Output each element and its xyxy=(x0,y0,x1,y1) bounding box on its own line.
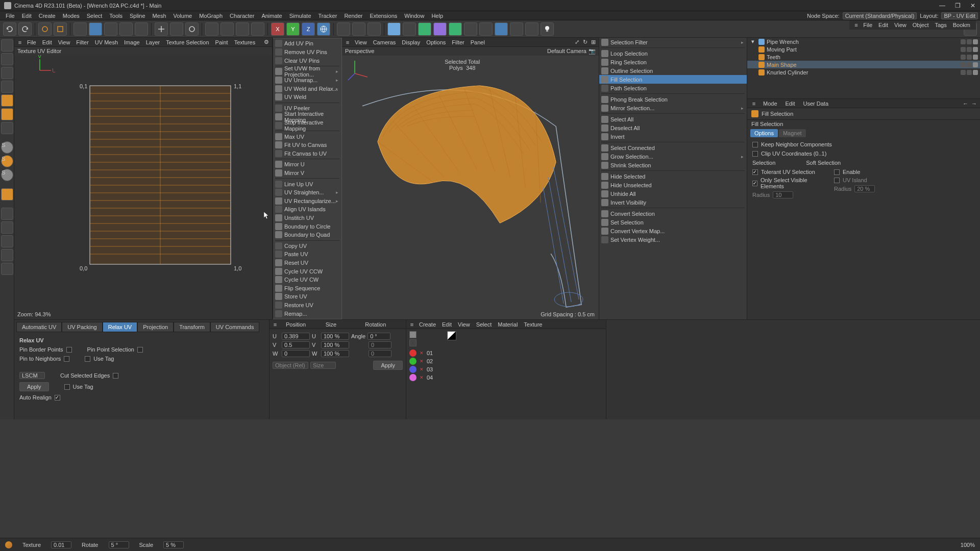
ctx-max-uv[interactable]: Max UV xyxy=(273,132,341,141)
snap-s-button[interactable]: S xyxy=(1,141,13,154)
menu-render[interactable]: Render xyxy=(340,13,366,19)
camera-button[interactable] xyxy=(464,22,477,36)
menu-animate[interactable]: Animate xyxy=(258,13,285,19)
lasso-tool[interactable] xyxy=(54,22,67,36)
ctx-set-uvw-from-projection-[interactable]: Set UVW from Projection... xyxy=(273,67,341,76)
tab-auto-uv[interactable]: Automatic UV xyxy=(16,322,62,332)
menu-file[interactable]: File xyxy=(2,13,18,19)
snap-s2-button[interactable]: S xyxy=(1,155,13,167)
attr-menu-edit[interactable]: Edit xyxy=(783,101,798,107)
ctx-store-uv[interactable]: Store UV xyxy=(273,292,341,301)
point-mode-button[interactable] xyxy=(1,81,13,93)
uv-menu-textures[interactable]: Textures xyxy=(232,39,258,45)
coords-v0-field[interactable]: 0 xyxy=(369,341,391,348)
ctx-boundary-to-circle[interactable]: Boundary to Circle xyxy=(273,222,341,231)
sel-convert-vertex-map-[interactable]: Convert Vertex Map... xyxy=(599,227,747,235)
obj-panel-menu-icon[interactable]: ≡ xyxy=(852,21,860,29)
ctx-reset-uv[interactable]: Reset UV xyxy=(273,259,341,267)
status-texture-field[interactable]: 0.01 xyxy=(51,541,71,548)
menu-volume[interactable]: Volume xyxy=(170,13,196,19)
diag-button[interactable] xyxy=(1,235,13,247)
chk-enable[interactable] xyxy=(834,169,840,175)
ctx-fit-uv-to-canvas[interactable]: Fit UV to Canvas xyxy=(273,141,341,149)
grid1-button[interactable] xyxy=(1,208,13,220)
render-pv-button[interactable] xyxy=(352,22,365,36)
sel-invert[interactable]: Invert xyxy=(599,132,747,141)
coords-angle-field[interactable]: 0 ° xyxy=(368,333,390,340)
sel-mirror-selection-[interactable]: Mirror Selection...▸ xyxy=(599,104,747,112)
sel-hide-selected[interactable]: Hide Selected xyxy=(599,172,747,181)
move-tool[interactable] xyxy=(155,22,168,36)
menu-extensions[interactable]: Extensions xyxy=(366,13,401,19)
vp-panel-menu-icon[interactable]: ≡ xyxy=(344,39,351,46)
material-02[interactable]: ✕02 xyxy=(409,358,603,365)
sel-outline-selection[interactable]: Outline Selection xyxy=(599,66,747,75)
ctx-uv-rectangularize-[interactable]: UV Rectangularize... xyxy=(273,196,341,205)
tool-button-c[interactable] xyxy=(251,22,264,36)
uv-menu-filter[interactable]: Filter xyxy=(74,39,91,45)
object-tree[interactable]: ▾Pipe WrenchMoving PartTeethMain ShapeKn… xyxy=(747,38,980,99)
camera-icon[interactable]: 📷 xyxy=(589,48,596,55)
tab-uv-commands[interactable]: UV Commands xyxy=(210,322,260,332)
mat-layer-a-icon[interactable] xyxy=(409,331,416,338)
grid-button[interactable] xyxy=(135,22,148,36)
uv-panel-opt-icon[interactable]: ⚙ xyxy=(263,39,270,46)
status-rotate-field[interactable]: 5 ° xyxy=(109,541,129,548)
menu-select[interactable]: Select xyxy=(83,13,106,19)
tree-moving-part[interactable]: Moving Part xyxy=(747,45,980,53)
attr-menu-mode[interactable]: Mode xyxy=(761,101,780,107)
paint-tool-button[interactable] xyxy=(1,188,13,201)
attr-tab-magnet[interactable]: Magnet xyxy=(779,129,806,137)
quantize-button[interactable] xyxy=(119,22,133,36)
sel-grow-selection-[interactable]: Grow Selection...▸ xyxy=(599,152,747,161)
tab-projection[interactable]: Projection xyxy=(137,322,174,332)
attr-menu-userdata[interactable]: User Data xyxy=(801,101,831,107)
uv-menu-texsel[interactable]: Texture Selection xyxy=(163,39,211,45)
relax-algo-dropdown[interactable]: LSCM xyxy=(19,372,45,379)
menu-tools[interactable]: Tools xyxy=(106,13,126,19)
polygon-mode-button[interactable] xyxy=(1,108,13,120)
coords-obj-dropdown[interactable]: Object (Rel) xyxy=(273,362,308,369)
undo-button[interactable] xyxy=(3,22,16,36)
attr-fwd-icon[interactable]: → xyxy=(971,101,977,107)
menu-create[interactable]: Create xyxy=(35,13,59,19)
attr-back-icon[interactable]: ← xyxy=(963,101,968,107)
vp-menu-filter[interactable]: Filter xyxy=(449,39,467,45)
ctx-boundary-to-quad[interactable]: Boundary to Quad xyxy=(273,231,341,239)
menu-window[interactable]: Window xyxy=(401,13,428,19)
uv-menu-file[interactable]: File xyxy=(24,39,39,45)
field-radius-l[interactable]: 10 xyxy=(773,191,793,198)
menu-mograph[interactable]: MoGraph xyxy=(195,13,226,19)
spline-button[interactable] xyxy=(403,22,416,36)
sel-shrink-selection[interactable]: Shrink Selection xyxy=(599,161,747,169)
sel-select-all[interactable]: Select All xyxy=(599,115,747,123)
attr-tab-options[interactable]: Options xyxy=(750,129,778,137)
material-01[interactable]: ✕01 xyxy=(409,349,603,357)
sel-fill-selection[interactable]: Fill Selection xyxy=(599,75,747,84)
vp-opt2-icon[interactable]: ↻ xyxy=(581,39,589,46)
redo-button[interactable] xyxy=(18,22,32,36)
workplane-mode-button[interactable] xyxy=(1,67,13,79)
mat-menu-icon[interactable]: ≡ xyxy=(408,321,415,328)
restore-button[interactable]: ❐ xyxy=(954,3,961,9)
ctx-uv-weld[interactable]: UV Weld xyxy=(273,93,341,102)
chk-pin-point[interactable] xyxy=(137,347,143,353)
light-button[interactable] xyxy=(479,22,493,36)
uv-menu-edit[interactable]: Edit xyxy=(40,39,55,45)
grid2-button[interactable] xyxy=(1,221,13,234)
field-radius-r[interactable]: 20 % xyxy=(854,185,875,192)
tag-button[interactable] xyxy=(495,22,508,36)
viewport-canvas[interactable]: Selected Total Polys 348 xyxy=(342,56,599,319)
mat-menu-edit[interactable]: Edit xyxy=(439,321,454,328)
minimize-button[interactable]: — xyxy=(939,3,945,9)
workplane-button[interactable] xyxy=(104,22,117,36)
vp-menu-view[interactable]: View xyxy=(352,39,370,45)
ctx-mirror-v[interactable]: Mirror V xyxy=(273,169,341,178)
sel-convert-selection[interactable]: Convert Selection xyxy=(599,209,747,218)
tool-button-a[interactable] xyxy=(220,22,234,36)
vp-menu-cameras[interactable]: Cameras xyxy=(371,39,399,45)
ctx-flip-sequence[interactable]: Flip Sequence xyxy=(273,284,341,293)
tree-main-shape[interactable]: Main Shape xyxy=(747,61,980,68)
chk-auto-realign[interactable] xyxy=(55,395,60,400)
obj-menu-edit[interactable]: Edit xyxy=(876,22,891,28)
